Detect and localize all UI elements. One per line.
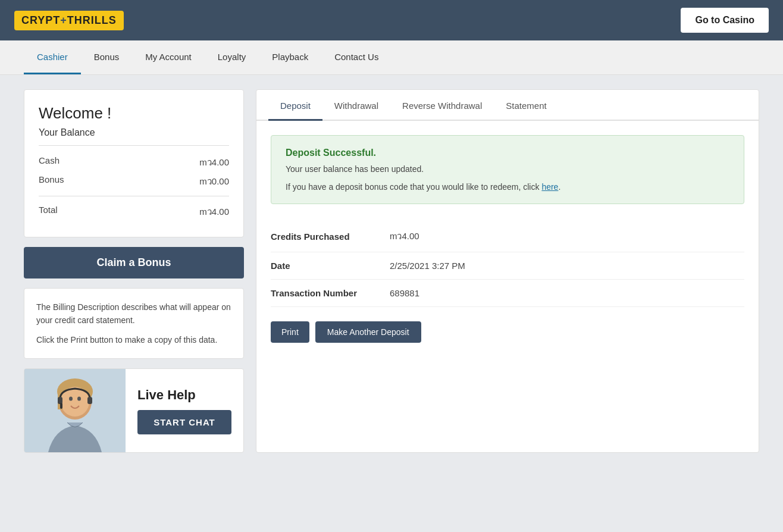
tab-withdrawal[interactable]: Withdrawal	[322, 90, 390, 121]
svg-rect-8	[87, 397, 92, 404]
success-message-box: Deposit Successful. Your user balance ha…	[271, 135, 744, 204]
live-help-image	[24, 369, 126, 452]
start-chat-button[interactable]: START CHAT	[137, 410, 231, 434]
date-value: 2/25/2021 3:27 PM	[390, 252, 744, 280]
cashier-tabs: Deposit Withdrawal Reverse Withdrawal St…	[256, 90, 759, 121]
svg-rect-9	[60, 403, 62, 409]
live-help-title: Live Help	[137, 387, 231, 403]
cash-label: Cash	[39, 155, 59, 170]
nav-item-contact-us[interactable]: Contact Us	[321, 41, 391, 74]
date-label: Date	[271, 252, 390, 280]
transaction-number-value: 689881	[390, 280, 744, 307]
total-label: Total	[39, 205, 58, 219]
billing-box: The Billing Description describes what w…	[24, 288, 244, 359]
svg-point-5	[69, 397, 73, 401]
deposit-tab-content: Deposit Successful. Your user balance ha…	[256, 121, 759, 357]
bonus-prefix: If you have a deposit bonus code that yo…	[286, 182, 541, 192]
right-panel: Deposit Withdrawal Reverse Withdrawal St…	[256, 89, 759, 453]
nav-item-loyalty[interactable]: Loyalty	[205, 41, 259, 74]
nav-item-cashier[interactable]: Cashier	[24, 41, 81, 74]
transaction-number-label: Transaction Number	[271, 280, 390, 307]
welcome-box: Welcome ! Your Balance Cash mว4.00 Bonus…	[24, 89, 244, 237]
main-content: Welcome ! Your Balance Cash mว4.00 Bonus…	[0, 75, 783, 467]
billing-text-1: The Billing Description describes what w…	[36, 301, 231, 327]
print-button[interactable]: Print	[271, 321, 309, 343]
tab-deposit[interactable]: Deposit	[268, 90, 322, 121]
bonus-value: mว0.00	[199, 174, 229, 189]
cash-value: mว4.00	[199, 155, 229, 170]
svg-point-6	[77, 397, 81, 401]
navigation: Cashier Bonus My Account Loyalty Playbac…	[0, 40, 783, 75]
credits-purchased-label: Credits Purchased	[271, 221, 390, 252]
claim-bonus-button[interactable]: Claim a Bonus	[24, 247, 244, 278]
success-title: Deposit Successful.	[286, 148, 729, 158]
tab-statement[interactable]: Statement	[494, 90, 558, 121]
balance-table: Cash mว4.00 Bonus mว0.00 Total mว4.00	[39, 145, 229, 223]
credits-purchased-row: Credits Purchased mว4.00	[271, 221, 744, 252]
your-balance-label: Your Balance	[39, 127, 229, 138]
make-another-deposit-button[interactable]: Make Another Deposit	[315, 321, 421, 343]
nav-item-bonus[interactable]: Bonus	[81, 41, 133, 74]
date-row: Date 2/25/2021 3:27 PM	[271, 252, 744, 280]
action-buttons: Print Make Another Deposit	[271, 321, 744, 343]
welcome-title: Welcome !	[39, 104, 229, 123]
cash-balance-row: Cash mว4.00	[39, 153, 229, 172]
transaction-number-row: Transaction Number 689881	[271, 280, 744, 307]
header: CRYPT+THRILLS Go to Casino	[0, 0, 783, 40]
credits-purchased-value: mว4.00	[390, 221, 744, 252]
logo: CRYPT+THRILLS	[14, 11, 124, 30]
bonus-suffix: .	[558, 182, 560, 192]
live-help-box: Live Help START CHAT	[24, 368, 244, 453]
success-bonus-text: If you have a deposit bonus code that yo…	[286, 182, 729, 192]
total-value: mว4.00	[199, 205, 229, 219]
bonus-label: Bonus	[39, 174, 64, 189]
success-message: Your user balance has been updated.	[286, 164, 729, 174]
transaction-table: Credits Purchased mว4.00 Date 2/25/2021 …	[271, 221, 744, 307]
tab-reverse-withdrawal[interactable]: Reverse Withdrawal	[390, 90, 494, 121]
balance-divider	[39, 196, 229, 196]
total-balance-row: Total mว4.00	[39, 201, 229, 223]
left-panel: Welcome ! Your Balance Cash mว4.00 Bonus…	[24, 89, 244, 453]
bonus-link[interactable]: here	[541, 182, 558, 192]
live-help-content: Live Help START CHAT	[126, 369, 243, 452]
bonus-balance-row: Bonus mว0.00	[39, 172, 229, 191]
nav-item-my-account[interactable]: My Account	[132, 41, 205, 74]
nav-item-playback[interactable]: Playback	[259, 41, 321, 74]
billing-text-2: Click the Print button to make a copy of…	[36, 333, 231, 346]
go-to-casino-button[interactable]: Go to Casino	[681, 8, 769, 33]
